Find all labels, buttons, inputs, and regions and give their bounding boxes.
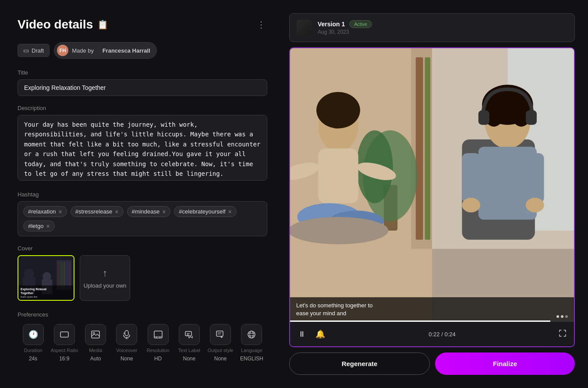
pref-language[interactable]: Language ENGLISH [236,324,267,362]
fullscreen-button[interactable] [557,328,568,340]
meta-row: ▭ Draft FH Made by Francesca Harrall [18,42,267,59]
active-badge: Active [349,20,372,28]
hashtag-chip[interactable]: #mindease × [127,206,171,217]
page-title: Video details [18,18,93,32]
svg-rect-9 [66,262,68,287]
hashtag-chip[interactable]: #stressrelease × [71,206,124,217]
pref-text-label[interactable]: Text Label None [174,324,205,362]
hashtag-chip[interactable]: #relaxation × [23,206,67,217]
video-right [432,48,574,322]
version-thumbnail [297,20,312,36]
subtitle-line1: Let's do something together to [296,302,372,309]
pref-duration[interactable]: 🕐 Duration 24s [18,324,49,362]
pause-button[interactable]: ⏸ [296,328,308,341]
svg-point-24 [248,331,255,338]
volume-button[interactable]: 🔔 [314,327,327,341]
resolution-icon [148,324,169,345]
author-pill[interactable]: FH Made by Francesca Harrall [54,42,157,59]
pref-aspect-value: 16:9 [59,356,69,362]
title-group: Video details 📋 [18,18,108,32]
made-by-label: Made by [72,47,94,54]
action-row: Regenerate Finalize [289,352,575,375]
hashtag-text: #relaxation [28,208,56,215]
version-thumb-visual [297,20,312,36]
svg-point-47 [290,217,388,244]
title-label: Title [18,69,267,76]
language-icon [241,324,262,345]
output-style-icon [210,324,231,345]
svg-rect-8 [64,262,65,287]
video-controls: ⏸ 🔔 0:22 / 0:24 [290,322,574,346]
pref-resolution-value: HD [154,356,162,362]
svg-rect-56 [478,110,489,125]
svg-point-62 [526,198,544,212]
svg-point-4 [43,272,51,280]
dots-indicator [556,315,568,318]
pref-text-label-value: None [183,356,196,362]
hashtag-text: #mindease [132,208,160,215]
subtitle-line2: ease your mind and [296,310,346,317]
duration-icon: 🕐 [23,324,44,345]
pref-aspect-ratio[interactable]: Aspect Ratio 16:9 [49,324,80,362]
svg-rect-14 [125,331,128,336]
svg-rect-59 [462,153,480,203]
regenerate-button[interactable]: Regenerate [289,352,430,375]
draft-badge[interactable]: ▭ Draft [18,44,50,57]
description-section: Description Your day has been quite the … [18,105,267,182]
dot-1 [556,315,559,318]
finalize-button[interactable]: Finalize [435,352,575,375]
title-section: Title [18,69,267,96]
preferences-section: Preferences 🕐 Duration 24s Aspect Ratio … [18,311,267,362]
pref-resolution[interactable]: Resolution HD [142,324,174,362]
progress-fill [290,320,550,322]
hashtag-remove-celebrateyourself[interactable]: × [228,209,232,215]
pref-media[interactable]: Media Auto [80,324,111,362]
cover-label: Cover [18,245,267,252]
pref-voiceover[interactable]: Voiceover None [111,324,142,362]
pref-media-name: Media [89,348,102,353]
cover-upload-button[interactable]: ↑ Upload your own [80,255,130,301]
preferences-row: 🕐 Duration 24s Aspect Ratio 16:9 [18,324,267,362]
version-name: Version 1 [318,21,345,28]
hashtag-section: Hashtag #relaxation × #stressrelease × #… [18,191,267,236]
pref-language-name: Language [241,348,262,353]
svg-point-2 [24,269,34,279]
pref-language-value: ENGLISH [240,356,263,362]
svg-rect-42 [318,149,358,203]
version-card: Version 1 Active Aug 30, 2023 [289,13,575,42]
hashtag-chip[interactable]: #letgo × [23,221,55,231]
media-icon [85,324,106,345]
author-name: Francesca Harrall [103,47,150,54]
hashtag-text: #stressrelease [75,208,113,215]
pref-output-style[interactable]: Output style None [205,324,236,362]
subtitle-bar: Let's do something together to ease your… [290,297,574,322]
title-input[interactable] [18,79,267,96]
video-frame: Let's do something together to ease your… [290,48,574,322]
time-display: 0:22 / 0:24 [333,331,551,338]
svg-point-61 [462,198,480,212]
svg-rect-57 [526,110,537,125]
aspect-ratio-icon [54,324,75,345]
upload-icon: ↑ [103,267,107,279]
hashtag-remove-mindease[interactable]: × [162,209,166,215]
cover-thumbnail[interactable]: Exploring RelaxatTogether learn quite th… [18,255,74,301]
hashtag-remove-letgo[interactable]: × [46,223,50,229]
cover-section: Cover [18,245,267,301]
page-header: Video details 📋 ⋮ [18,18,267,32]
pref-voiceover-name: Voiceover [116,348,137,353]
voiceover-icon [116,324,137,345]
upload-label: Upload your own [84,282,127,289]
subtitle-text: Let's do something together to ease your… [296,302,568,317]
description-input[interactable]: Your day has been quite the journey, wit… [18,115,267,181]
hashtag-text: #letgo [28,223,43,229]
svg-rect-18 [154,331,162,338]
progress-bar[interactable] [290,320,574,322]
hashtag-remove-stressrelease[interactable]: × [115,209,118,215]
video-split [290,48,574,322]
hashtag-chip[interactable]: #celebrateyourself × [174,206,236,217]
hashtag-remove-relaxation[interactable]: × [59,209,62,215]
more-button[interactable]: ⋮ [255,18,267,32]
pref-output-style-name: Output style [208,348,234,353]
svg-rect-10 [69,262,71,287]
preferences-label: Preferences [18,311,267,318]
